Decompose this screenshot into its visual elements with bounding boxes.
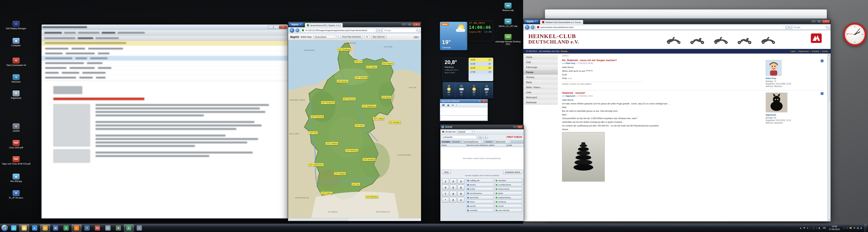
scroll-down-arrow[interactable]: ▼ [828, 219, 831, 221]
nagvis-host-label-gst-dresden[interactable]: GST Dresden [388, 121, 401, 123]
sidebar-item-club[interactable]: Club [523, 60, 558, 65]
post-title-link[interactable]: Ölabtrieb - normal? [562, 91, 761, 94]
address-bar[interactable]: www.heinkel-club.de/de/forum.html ☆ [536, 25, 786, 30]
sidebar-item-termine[interactable]: Termine [523, 75, 558, 80]
nagvis-host-label-gst-m-nchen[interactable]: GST München [365, 195, 378, 198]
keypad-key-2[interactable]: 2 [450, 179, 457, 184]
sidebar-item-bilder-videos[interactable]: Bilder, Videos ... [523, 85, 558, 90]
tray-mail-notifier-icon[interactable]: ✉ [854, 227, 855, 229]
message-list-row[interactable] [42, 75, 288, 80]
function-key-ec500[interactable]: EC500 [466, 187, 494, 191]
function-key-anmelden[interactable]: Anmelden [466, 208, 494, 212]
close-button[interactable]: ✕ [412, 23, 420, 26]
reload-button[interactable]: ↻ [377, 28, 381, 33]
bookmark-star-icon[interactable]: ☆ [782, 26, 784, 29]
desktop-icon-admin-lh-147-vdp[interactable]: vdpAdmin_LH_147.vdp [494, 18, 522, 28]
desktop-icon-linux-2015-pdf[interactable]: PDFLinux 2015.pdf [2, 140, 31, 149]
nagvis-host-label-gst-w-rzburg[interactable]: GST Würzburg [345, 149, 359, 152]
function-key-telverzeichnis[interactable]: TelVerzeichnis [495, 187, 522, 191]
map-select[interactable]: deutschland▼ [314, 35, 339, 39]
nagvis-host-label-gst-berlin[interactable]: GST Berlin [381, 96, 392, 99]
nagvis-browser-tab[interactable]: deutschland (UP) | NagVis 1.5.2 [305, 23, 343, 27]
mail-icon[interactable]: ✉ [452, 104, 454, 107]
post-author-name[interactable]: hajuesech [766, 114, 824, 116]
sidebar-item-motorsport[interactable]: Motorsport [523, 95, 558, 100]
taskbar-item-excel[interactable]: X [61, 225, 71, 232]
minimize-button[interactable]: – [811, 20, 816, 23]
add-contact-icon[interactable]: + [456, 104, 457, 107]
taskbar-clock[interactable]: 14:06 27.08.2013 [828, 225, 841, 231]
maximize-button[interactable]: ▢ [274, 26, 279, 29]
tray-update-icon[interactable]: ↓ [810, 227, 811, 229]
weather-gadget[interactable]: Wetter 19° Chemnitz [440, 22, 467, 50]
taskbar-item-snipping-tool[interactable]: ✂ [103, 225, 113, 232]
nagvis-host-label-gst-hannover[interactable]: GST Hannover [343, 98, 356, 101]
nagvis-host-label-gst-hamburg[interactable]: GST Hamburg [355, 76, 368, 79]
function-key-erw-ruf[interactable]: erw.Ruf [466, 204, 494, 208]
function-key-pause[interactable]: Pause [466, 200, 494, 203]
close-button[interactable]: ✕ [517, 126, 523, 128]
taskbar-item-calculator[interactable]: = [134, 225, 144, 232]
clear-button[interactable]: Clear [442, 170, 451, 174]
nagvis-window-titlebar[interactable]: Nightly▼ deutschland (UP) | NagVis 1.5.2… [288, 22, 421, 27]
topbar-link-suche[interactable]: Suche [822, 50, 828, 52]
tray-usb-icon[interactable]: ◆ [861, 227, 862, 229]
nagvis-host-label-gst-leipzig[interactable]: GST Leipzig [373, 117, 384, 120]
tray-action-center-icon[interactable]: ⚑ [803, 227, 805, 229]
softphone-titlebar[interactable]: 319138 – ✕ [440, 125, 524, 129]
maximize-button[interactable]: ▢ [816, 20, 822, 23]
nagvis-host-label-gst-k-ln[interactable]: GST Köln [309, 131, 318, 134]
tray-graphics-icon[interactable]: ◐ [844, 227, 845, 229]
sidebar-item-download[interactable]: Download [523, 100, 558, 105]
desktop-icon-tipps-und-tricks-acm-x15-pdf[interactable]: PDFTipps und Tricks ACM X15.pdf [2, 156, 31, 165]
keypad-key-7[interactable]: 7 [442, 191, 449, 196]
scroll-up-arrow[interactable]: ▲ [828, 53, 831, 56]
taskbar-item-total-commander[interactable]: TC [93, 225, 102, 232]
taskbar-item-outlook[interactable]: O [40, 225, 50, 232]
message-list-row[interactable] [42, 70, 288, 75]
back-button[interactable]: ← [290, 28, 294, 33]
desktop-icon-fl-ip-tel-docx[interactable]: WFL_IP-Tel.docx [2, 190, 31, 199]
minimize-button[interactable]: – [477, 100, 481, 103]
taskbar-item-windows-explorer[interactable]: ▤ [19, 225, 29, 232]
tray-phone-status-icon[interactable]: ☎ [849, 227, 852, 229]
keypad-key-0[interactable]: 0 [450, 197, 457, 203]
function-key-umleitung[interactable]: Umleitung [495, 200, 522, 203]
nagvis-host-label-gst-bremen[interactable]: GST Bremen [337, 80, 348, 83]
close-button[interactable]: ✕ [279, 26, 287, 29]
nagvis-host-label-gst-magdeburg[interactable]: GST Magdeburg [362, 105, 376, 108]
post-title-link[interactable]: Re: Ölabtrieb - muss ich mir Sorgen mach… [562, 59, 761, 62]
nagvis-host-label-gst-n-rnberg[interactable]: GST Nürnberg [363, 158, 375, 161]
nagvis-host-label-gst-rostock[interactable]: GST Rostock [382, 62, 394, 65]
function-key-weiter[interactable]: Weiter [495, 191, 522, 195]
address-bar[interactable]: 10.130.29.250/nagios/nagvis/nagvis/index… [301, 28, 376, 33]
desktop-icon-neu-bild-jpg[interactable]: ▨Neu-Bild.jpg [2, 173, 31, 183]
message-list-row[interactable] [42, 46, 288, 51]
heinkel-window-titlebar[interactable]: Nightly▼ Heinkel-Club Deutschland e.V. F… [523, 19, 831, 24]
firefox-app-button[interactable]: Nightly▼ [524, 20, 539, 24]
topbar-link-impressum[interactable]: Impressum [798, 50, 809, 52]
advanced-search-button[interactable]: Erweiterte Suche [503, 170, 522, 174]
desktop-icon-nuance-vdp[interactable]: vdpNuance.vdp [494, 3, 522, 11]
nagvis-germany-map[interactable]: NORDSEEOSTSEEDÄNEMARKNIEDERLANDEBELGIENF… [288, 40, 421, 218]
post-author-link[interactable]: Peter Frey [566, 62, 575, 64]
scrollbar-thumb[interactable] [288, 219, 348, 221]
nagvis-host-label-gst-osnabr-ck[interactable]: GST Osnabrück [321, 101, 335, 104]
close-button[interactable]: ✕ [482, 100, 487, 103]
show-desktop-button[interactable] [864, 224, 867, 232]
tray-display-icon[interactable]: ▢ [813, 227, 814, 229]
topbar-link-login[interactable]: Login [790, 50, 796, 52]
minimize-button[interactable]: – [268, 26, 273, 29]
minimize-button[interactable]: – [513, 126, 517, 128]
function-key-normal[interactable]: normal [495, 204, 522, 208]
keypad-key-5[interactable]: 5 [450, 185, 457, 190]
taskbar-item-firefox[interactable]: F [72, 225, 81, 232]
function-key-sprachaufz[interactable]: Sprachaufz. [466, 196, 494, 199]
taskbar-item-communicator[interactable]: C [124, 225, 134, 232]
function-key-anruf-bernahme[interactable]: Anrufübernahme [495, 183, 522, 187]
filter-select[interactable]: Suchergebnisse▼ [462, 140, 484, 143]
function-key-displaymeldung[interactable]: Displaymeldung [495, 196, 522, 199]
taskbar-item-thunderbird[interactable]: T [82, 225, 92, 232]
sidebar-item-forum[interactable]: Forum [523, 70, 558, 75]
close-button[interactable]: ✕ [822, 20, 830, 23]
